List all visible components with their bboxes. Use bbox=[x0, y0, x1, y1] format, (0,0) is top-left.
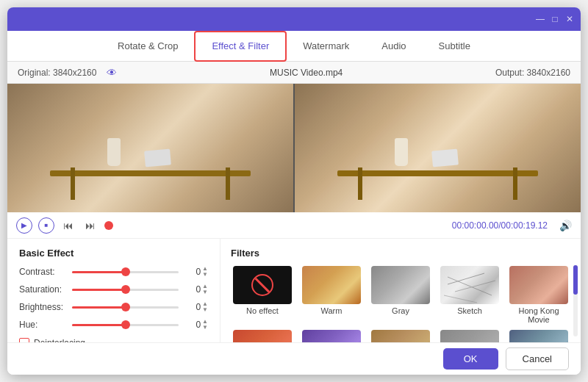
tab-audio[interactable]: Audio bbox=[365, 31, 422, 62]
filter-r2-5[interactable] bbox=[507, 330, 570, 342]
filter-hk-movie[interactable]: Hong Kong Movie bbox=[507, 266, 570, 324]
play-button[interactable]: ▶ bbox=[16, 217, 32, 234]
left-panel: Basic Effect Contrast: 0 ▲ ▼ Satura bbox=[7, 239, 220, 342]
contrast-value: 0 bbox=[179, 267, 201, 277]
contrast-row: Contrast: 0 ▲ ▼ bbox=[19, 266, 208, 278]
filter-thumb-gray bbox=[371, 266, 430, 304]
time-display: 00:00:00.00/00:00:19.12 bbox=[452, 220, 548, 231]
window-controls: — □ ✕ bbox=[535, 14, 575, 24]
filter-sketch[interactable]: Sketch bbox=[438, 266, 501, 324]
filter-r2-4[interactable] bbox=[438, 330, 501, 342]
filter-warm[interactable]: Warm bbox=[300, 266, 363, 324]
close-button[interactable]: ✕ bbox=[564, 14, 575, 24]
volume-icon[interactable]: 🔊 bbox=[559, 220, 572, 231]
hue-slider[interactable] bbox=[72, 319, 179, 331]
tab-effect[interactable]: Effect & Filter bbox=[194, 31, 287, 62]
prev-button[interactable]: ⏮ bbox=[60, 217, 76, 234]
bottom-bar: OK Cancel bbox=[7, 342, 581, 375]
svg-line-1 bbox=[448, 273, 484, 284]
filter-r2-1[interactable] bbox=[231, 330, 294, 342]
filter-thumb-no-effect bbox=[233, 266, 292, 304]
preview-area bbox=[7, 84, 581, 212]
svg-line-0 bbox=[448, 277, 492, 295]
minimize-button[interactable]: — bbox=[535, 14, 545, 24]
contrast-slider[interactable] bbox=[72, 266, 179, 278]
scrollbar-thumb[interactable] bbox=[573, 265, 578, 295]
brightness-label: Brightness: bbox=[19, 302, 72, 312]
filter-r2-2[interactable] bbox=[300, 330, 363, 342]
contrast-label: Contrast: bbox=[19, 267, 72, 277]
filter-label-gray: Gray bbox=[392, 306, 409, 315]
ok-button[interactable]: OK bbox=[443, 348, 498, 370]
file-info-bar: Original: 3840x2160 👁 MUSIC Video.mp4 Ou… bbox=[7, 62, 581, 84]
saturation-down[interactable]: ▼ bbox=[202, 289, 208, 295]
filter-label-sketch: Sketch bbox=[457, 306, 482, 315]
preview-output bbox=[293, 84, 581, 212]
contrast-down[interactable]: ▼ bbox=[202, 272, 208, 278]
tab-bar: Rotate & Crop Effect & Filter Watermark … bbox=[7, 31, 581, 62]
main-window: — □ ✕ Rotate & Crop Effect & Filter Wate… bbox=[7, 7, 581, 375]
svg-line-3 bbox=[444, 295, 477, 303]
filter-thumb-r2-1 bbox=[233, 330, 292, 342]
filter-label-no-effect: No effect bbox=[246, 306, 279, 315]
filters-title: Filters bbox=[231, 248, 570, 259]
filter-thumb-sketch bbox=[440, 266, 499, 304]
tab-watermark[interactable]: Watermark bbox=[287, 31, 365, 62]
filter-thumb-warm bbox=[302, 266, 361, 304]
next-button[interactable]: ⏭ bbox=[82, 217, 98, 234]
filter-r2-3[interactable] bbox=[369, 330, 432, 342]
tab-subtitle[interactable]: Subtitle bbox=[423, 31, 487, 62]
saturation-label: Saturation: bbox=[19, 284, 72, 295]
filters-grid: No effect Warm Gray bbox=[231, 266, 570, 342]
filter-thumb-r2-5 bbox=[509, 330, 568, 342]
eye-icon[interactable]: 👁 bbox=[107, 67, 117, 79]
hue-value: 0 bbox=[179, 320, 201, 330]
hue-down[interactable]: ▼ bbox=[202, 325, 208, 331]
title-bar: — □ ✕ bbox=[7, 7, 581, 31]
preview-original bbox=[7, 84, 293, 212]
basic-effect-title: Basic Effect bbox=[19, 248, 208, 259]
scrollbar-track bbox=[573, 265, 578, 336]
filter-label-warm: Warm bbox=[321, 306, 343, 315]
brightness-value: 0 bbox=[179, 302, 201, 312]
record-dot bbox=[104, 221, 113, 230]
filter-label-hk: Hong Kong Movie bbox=[507, 306, 570, 324]
filter-thumb-r2-4 bbox=[440, 330, 499, 342]
saturation-value: 0 bbox=[179, 284, 201, 295]
main-content: Basic Effect Contrast: 0 ▲ ▼ Satura bbox=[7, 239, 581, 342]
controls-bar: ▶ ■ ⏮ ⏭ 00:00:00.00/00:00:19.12 🔊 bbox=[7, 212, 581, 239]
maximize-button[interactable]: □ bbox=[550, 14, 560, 24]
hue-row: Hue: 0 ▲ ▼ bbox=[19, 319, 208, 331]
brightness-row: Brightness: 0 ▲ ▼ bbox=[19, 301, 208, 313]
stop-button[interactable]: ■ bbox=[38, 217, 54, 234]
filter-thumb-r2-2 bbox=[302, 330, 361, 342]
output-resolution: Output: 3840x2160 bbox=[495, 68, 570, 78]
right-panel: Filters No effect Warm Gray bbox=[220, 239, 581, 342]
cancel-button[interactable]: Cancel bbox=[506, 347, 569, 370]
tab-rotate[interactable]: Rotate & Crop bbox=[101, 31, 194, 62]
hue-label: Hue: bbox=[19, 320, 72, 330]
filter-thumb-r2-3 bbox=[371, 330, 430, 342]
filter-gray[interactable]: Gray bbox=[369, 266, 432, 324]
brightness-slider[interactable] bbox=[72, 301, 179, 313]
filter-thumb-hk bbox=[509, 266, 568, 304]
saturation-row: Saturation: 0 ▲ ▼ bbox=[19, 284, 208, 295]
brightness-down[interactable]: ▼ bbox=[202, 307, 208, 313]
saturation-slider[interactable] bbox=[72, 284, 179, 295]
filter-no-effect[interactable]: No effect bbox=[231, 266, 294, 324]
original-resolution: Original: 3840x2160 bbox=[18, 68, 96, 78]
filename: MUSIC Video.mp4 bbox=[123, 68, 489, 78]
